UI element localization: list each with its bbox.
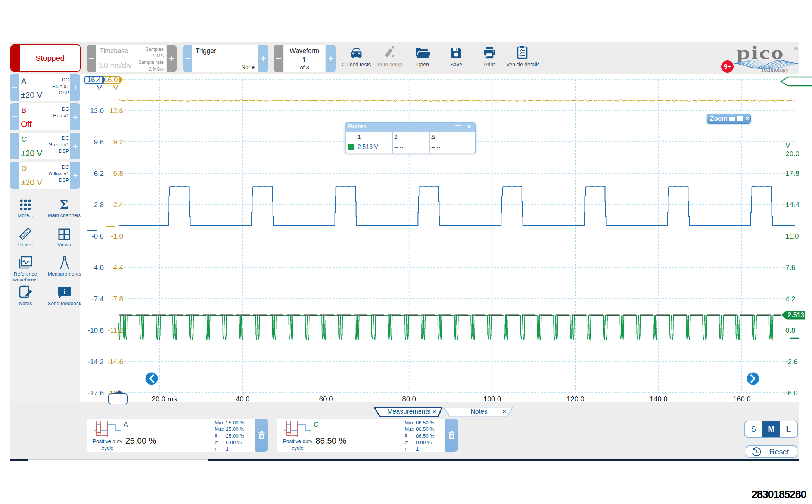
svg-text:Measurements: Measurements [387, 408, 430, 415]
svg-text:-11.2: -11.2 [108, 326, 123, 334]
svg-text:9.2: 9.2 [113, 138, 123, 146]
svg-text:-6.0: -6.0 [785, 389, 798, 397]
svg-text:-1.0: -1.0 [111, 232, 123, 240]
svg-text:16.0: 16.0 [104, 76, 118, 84]
svg-text:2.8: 2.8 [94, 201, 104, 209]
svg-text:-14.2: -14.2 [88, 358, 104, 365]
svg-text:2.4: 2.4 [113, 201, 124, 209]
svg-text:140.0: 140.0 [650, 395, 668, 403]
svg-text:-7.4: -7.4 [91, 295, 104, 303]
svg-text:14.4: 14.4 [785, 201, 799, 209]
svg-text:9.6: 9.6 [94, 138, 104, 146]
svg-text:-2.6: -2.6 [785, 358, 798, 365]
svg-text:17.8: 17.8 [785, 169, 799, 177]
svg-text:-4.0: -4.0 [91, 264, 104, 271]
svg-text:16.4: 16.4 [87, 76, 101, 84]
svg-text:12.6: 12.6 [109, 107, 123, 115]
svg-text:Notes: Notes [470, 408, 488, 415]
svg-text:160.0: 160.0 [733, 395, 751, 403]
svg-text:V: V [785, 141, 790, 149]
svg-text:4.2: 4.2 [785, 295, 795, 303]
svg-text:60.0: 60.0 [319, 395, 333, 403]
svg-text:0.8: 0.8 [785, 326, 795, 334]
svg-text:V: V [113, 84, 118, 92]
svg-text:-0.6: -0.6 [91, 232, 104, 240]
svg-text:120.0: 120.0 [567, 395, 585, 403]
svg-text:20.0 ms: 20.0 ms [152, 395, 177, 403]
svg-text:-17.6: -17.6 [88, 389, 104, 397]
svg-text:2.513: 2.513 [788, 311, 804, 319]
svg-text:11.0: 11.0 [785, 232, 799, 240]
svg-text:✕: ✕ [432, 408, 436, 415]
svg-text:V: V [97, 84, 102, 92]
svg-text:13.0: 13.0 [90, 107, 104, 115]
svg-text:100.0: 100.0 [483, 395, 501, 403]
svg-text:-4.4: -4.4 [111, 264, 123, 271]
svg-text:Σ: Σ [60, 198, 68, 211]
svg-text:-14.6: -14.6 [107, 358, 123, 365]
svg-text:6.2: 6.2 [94, 169, 104, 177]
svg-text:5.8: 5.8 [113, 169, 123, 177]
svg-text:20.0: 20.0 [785, 150, 799, 158]
svg-text:80.0: 80.0 [402, 395, 416, 403]
svg-text:7.6: 7.6 [785, 264, 795, 271]
svg-text:✕: ✕ [502, 408, 507, 415]
svg-text:40.0: 40.0 [236, 395, 250, 403]
svg-text:-10.8: -10.8 [88, 326, 104, 334]
svg-text:-7.8: -7.8 [111, 295, 123, 303]
